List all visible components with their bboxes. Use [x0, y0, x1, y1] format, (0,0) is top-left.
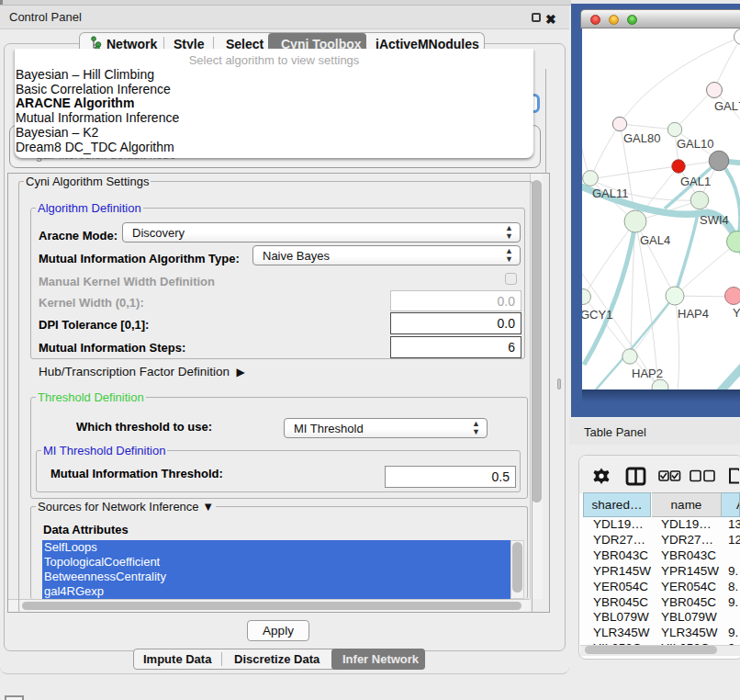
svg-text:SWI4: SWI4 [700, 213, 729, 227]
svg-text:YM: YM [733, 306, 740, 320]
svg-text:GAL10: GAL10 [677, 137, 713, 151]
svg-text:GAL1: GAL1 [680, 175, 711, 188]
svg-text:GAL80: GAL80 [623, 131, 660, 145]
svg-text:HAP4: HAP4 [678, 307, 709, 321]
svg-text:GAL4: GAL4 [640, 233, 670, 247]
svg-text:GCY1: GCY1 [582, 308, 612, 322]
svg-text:HAP2: HAP2 [632, 367, 663, 380]
svg-text:GAL11: GAL11 [592, 186, 629, 200]
svg-text:GAL7: GAL7 [714, 99, 740, 113]
